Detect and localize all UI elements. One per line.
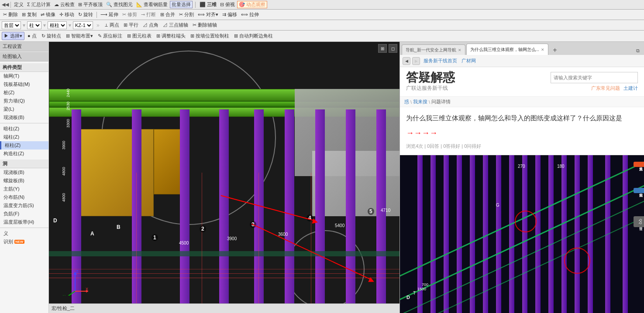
float-button-qq[interactable]: QQ答疑 — [634, 216, 644, 227]
sidebar-item-tempbar[interactable]: 温度变力筋(S) — [0, 201, 48, 210]
tool-rotate[interactable]: ↻ 旋转 — [77, 11, 94, 18]
sidebar-item-spiralslb[interactable]: 螺旋板(B) — [0, 177, 48, 185]
tool-adj-end[interactable]: ⊞ 调整柱端头 — [155, 32, 187, 40]
corner-icon-2[interactable]: ◻ — [389, 44, 397, 53]
tool-mirror[interactable]: ⇌ 镜像 — [39, 11, 57, 18]
sidebar-item-shearwall[interactable]: 剪力墙(Q) — [0, 97, 48, 105]
comp-id-select[interactable]: KZ-1 — [73, 21, 93, 29]
sidebar-header-draw[interactable]: 绘图输入 — [0, 52, 48, 61]
sidebar-item-templayer[interactable]: 温度层板带(H) — [0, 218, 48, 226]
addr-forward-btn[interactable]: ▶ — [412, 57, 420, 65]
floor-select[interactable]: 首层 — [2, 21, 21, 29]
menu-rebar[interactable]: 📐 查看钢筋量 — [135, 1, 169, 8]
addr-link-1[interactable]: 服务新干线首页 — [424, 58, 457, 64]
sidebar-header-engineering[interactable]: 工程设置 — [0, 42, 48, 51]
dim-3600: 3600 — [278, 232, 288, 237]
status-text: 宏/性检_二 — [52, 305, 75, 312]
tool-del-axis[interactable]: ✂ 删除辅轴 — [191, 21, 218, 29]
tool-offset[interactable]: ⇉ 偏移 — [221, 11, 238, 18]
ov-label-g: G — [496, 203, 499, 208]
comp-type-select[interactable]: 柱 — [27, 21, 41, 29]
sidebar-item-distribbar[interactable]: 分布筋(N) — [0, 193, 48, 201]
tab-add-btn[interactable]: + — [550, 45, 560, 55]
menu-find[interactable]: 🔍 查找图元 — [105, 1, 134, 8]
ov-col-16 — [623, 155, 628, 313]
search-link-civil[interactable]: 土建计 — [623, 85, 638, 92]
sidebar-item-slab[interactable]: 现浇板(B) — [0, 113, 48, 122]
sidebar-item-beam[interactable]: 梁(L) — [0, 105, 48, 113]
tool-align[interactable]: ⟺ 对齐▾ — [196, 11, 220, 18]
cad-view[interactable]: 1 2 3 4 5 A B D 4500 3900 3600 5400 4710… — [49, 42, 399, 313]
addr-link-2[interactable]: 广材网 — [461, 58, 476, 64]
question-arrow-1: →→→→ — [406, 126, 437, 140]
tool-draw-col[interactable]: ⊞ 按墙位置绘制柱 — [189, 32, 231, 40]
browser-restore-btn[interactable]: ⧉ — [634, 46, 642, 55]
ov-letter-T: T — [413, 291, 416, 296]
tool-rotate-pt[interactable]: ↻ 旋转点 — [40, 32, 63, 40]
tab2-close[interactable]: ✕ — [541, 48, 544, 52]
float-button-feedback[interactable]: 意见反馈 — [634, 162, 644, 167]
tool-smart[interactable]: ⊞ 智能布置▾ — [64, 32, 95, 40]
tool-move[interactable]: ✛ 移动 — [58, 11, 76, 18]
menu-batch[interactable]: 批量选择 — [170, 1, 193, 8]
sidebar-item-negbar[interactable]: 负筋(F) — [0, 210, 48, 218]
menu-3d[interactable]: ⬛ 三维 — [198, 1, 218, 8]
tool-copy[interactable]: ⊞ 复制 — [21, 11, 38, 18]
tool-select[interactable]: ▶ 选择▾ — [2, 32, 24, 40]
sidebar-item-recognize[interactable]: 识别 NEW — [0, 238, 48, 246]
sidebar-item-pile[interactable]: 桩(Z) — [0, 88, 48, 97]
tool-col-table[interactable]: ⊞ 图元柱表 — [125, 32, 153, 40]
search-link-guangdong[interactable]: 广东常见问题 — [591, 85, 620, 92]
tool-break[interactable]: ⊸ 打断 — [140, 11, 157, 18]
search-input[interactable] — [551, 72, 638, 83]
grid-label-A: A — [90, 231, 94, 237]
browser-tab-2[interactable]: 为什么我三维立体观察，轴网怎么... ✕ — [466, 44, 548, 55]
tool-angle[interactable]: ⊿ 点角 — [141, 21, 160, 29]
sidebar-divider-1 — [0, 123, 48, 123]
tool-two-point[interactable]: ⊥ 两点 — [103, 21, 121, 29]
tool-stretch[interactable]: ⟺ 拉伸 — [240, 11, 260, 18]
sidebar-item-castslb[interactable]: 现浇板(B) — [0, 168, 48, 177]
tool-extend[interactable]: ⟶ 延伸 — [99, 11, 120, 18]
search-area: 广东常见问题 土建计 — [551, 72, 638, 92]
sidebar-item-framecol[interactable]: 框柱(Z) — [0, 141, 48, 150]
tool-split[interactable]: ✂ 分割 — [178, 11, 195, 18]
tool-merge[interactable]: ⊞ 合并 — [159, 11, 176, 18]
sidebar-item-constrcol[interactable]: 构造柱(Z) — [0, 150, 48, 158]
tool-delete[interactable]: ✂ 删除 — [2, 11, 19, 18]
tool-parallel[interactable]: ⊞ 平行 — [122, 21, 140, 29]
breadcrumb-1[interactable]: 惑 — [404, 99, 409, 105]
float-button-follow[interactable]: 关注我们 — [634, 188, 644, 193]
tool-annot[interactable]: ✎ 原位标注 — [96, 32, 124, 40]
sidebar-item-mainbar[interactable]: 主筋(Y) — [0, 185, 48, 193]
tool-trim[interactable]: ✂ 修剪 — [121, 11, 138, 18]
tab1-close[interactable]: ✕ — [458, 48, 461, 52]
addr-links: 服务新干线首页 广材网 — [424, 58, 476, 64]
browser-addr-bar: ◀ ▶ 服务新干线首页 广材网 — [400, 55, 644, 67]
sidebar-item-darkpillar[interactable]: 暗柱(Z) — [0, 125, 48, 133]
corner-icon-1[interactable]: ⊞ — [378, 44, 387, 53]
tool-three-point[interactable]: ⊿ 三点辅轴 — [162, 21, 189, 29]
menu-topview[interactable]: ⊟ 俯视 — [219, 1, 236, 8]
menu-cloud[interactable]: ☁ 云检查 — [53, 1, 76, 8]
red-grid-v2 — [202, 173, 202, 313]
tool-point[interactable]: ● 点 — [26, 32, 38, 40]
tool-auto-corner[interactable]: ⊞ 自动判断边角柱 — [232, 32, 275, 40]
question-content: 为什么我三维立体观察，轴网怎么和导入的图纸变成这样了？什么原因这是 — [406, 112, 622, 124]
menu-align[interactable]: ⊞ 平齐板顶 — [77, 1, 104, 8]
addr-back-btn[interactable]: ◀ — [403, 57, 410, 65]
top-toolbars: ◀◀ 定义 Σ 汇总计算 ☁ 云检查 ⊞ 平齐板顶 🔍 查找图元 📐 查看钢筋量… — [0, 0, 644, 42]
breadcrumb-2[interactable]: 我来搜 — [413, 99, 427, 105]
sidebar-item-raft[interactable]: 筏板基础(M) — [0, 80, 48, 88]
comp-sub-select[interactable]: 框柱 — [48, 21, 67, 29]
menu-dynamic[interactable]: 🎯 动态观察 — [237, 1, 267, 8]
sidebar-item-yi[interactable]: 义 — [0, 229, 48, 238]
browser-tab-1[interactable]: 导航_新一代安全上网导航 ✕ — [402, 44, 465, 55]
menu-define[interactable]: 定义 — [13, 1, 25, 8]
vdim-4800a: 4800 — [62, 193, 66, 202]
undo-icon[interactable]: ◀◀ — [2, 2, 9, 7]
sidebar-item-axis[interactable]: 轴网(T) — [0, 72, 48, 80]
right-panel-content: 答疑解惑 广联达服务新干线 广东常见问题 土建计 — [400, 67, 644, 313]
menu-sum[interactable]: Σ 汇总计算 — [26, 1, 52, 8]
sidebar-item-endpillar[interactable]: 端柱(Z) — [0, 133, 48, 141]
